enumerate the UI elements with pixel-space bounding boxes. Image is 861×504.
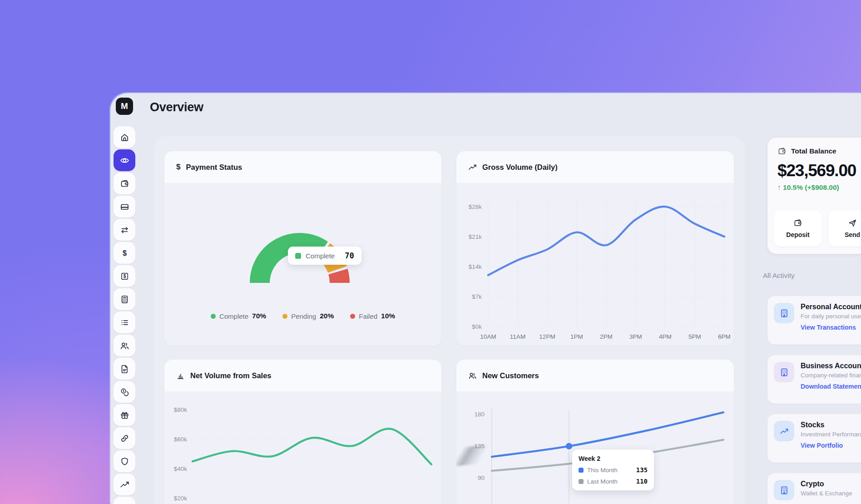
- activity-item-link[interactable]: View Portfolio: [801, 442, 861, 449]
- gift-icon: [120, 410, 129, 420]
- send-button[interactable]: Send: [828, 210, 861, 247]
- activity-item-subtitle: Investment Performance: [801, 431, 861, 438]
- desktop-background: M Overview $ $ $: [0, 0, 861, 504]
- legend-value: 70%: [252, 312, 266, 320]
- payment-status-card: $ Payment Status Complete 70 Complete 70…: [164, 151, 441, 346]
- activity-item-text: Stocks Investment Performance View Portf…: [801, 421, 861, 456]
- wallet-icon: [777, 147, 787, 156]
- svg-text:11AM: 11AM: [510, 333, 525, 340]
- activity-item-business-account[interactable]: Business Account Company-related finance…: [767, 355, 861, 404]
- sidebar-item-transfers[interactable]: [114, 219, 135, 241]
- credit-card-icon: [120, 202, 129, 212]
- link-icon: [120, 434, 129, 443]
- sidebar-item-customers[interactable]: [114, 335, 135, 356]
- new-customers-title: New Customers: [482, 371, 539, 380]
- new-customers-chart[interactable]: 1801359045 Week 2 This Month 135 Last Mo…: [456, 391, 734, 504]
- svg-text:$7k: $7k: [472, 293, 482, 300]
- sidebar-item-calculator[interactable]: [114, 288, 135, 310]
- total-balance-header: Total Balance: [767, 138, 861, 156]
- sidebar-item-security[interactable]: [114, 450, 135, 472]
- svg-text:90: 90: [478, 474, 485, 481]
- tooltip-label: Last Month: [587, 478, 618, 485]
- legend-value: 10%: [381, 312, 395, 320]
- svg-text:$14k: $14k: [469, 263, 482, 270]
- net-volume-chart[interactable]: $80k$60k$40k$20k: [164, 391, 441, 504]
- sidebar-item-analytics[interactable]: [114, 474, 135, 495]
- activity-item-link[interactable]: Download Statement: [801, 383, 861, 390]
- svg-text:$0k: $0k: [472, 323, 482, 330]
- sidebar: $ $: [114, 126, 135, 504]
- net-volume-header: Net Volume from Sales: [164, 360, 441, 391]
- dashboard-sheet: M Overview $ $ $: [110, 93, 861, 504]
- sidebar-item-home[interactable]: [114, 126, 135, 148]
- users-icon: [120, 341, 129, 351]
- total-balance-change: ↑ 10.5% (+$908.00): [767, 183, 861, 192]
- legend-item-failed: Failed 10%: [350, 312, 395, 320]
- legend-value: 20%: [320, 312, 334, 320]
- sidebar-item-overview[interactable]: [114, 149, 135, 171]
- new-customers-card: New Customers 1801359045 Week 2 This Mon…: [456, 360, 734, 504]
- svg-text:$21k: $21k: [469, 233, 482, 240]
- activity-item-crypto[interactable]: Crypto Wallet & Exchange: [767, 473, 861, 504]
- payment-status-header: $ Payment Status: [164, 151, 441, 183]
- tooltip-row-last-month: Last Month 110: [579, 478, 648, 485]
- file-icon: [120, 364, 129, 374]
- gauge-tooltip: Complete 70: [288, 247, 361, 265]
- wallet-icon: [793, 218, 802, 227]
- svg-text:3PM: 3PM: [629, 333, 642, 340]
- wallet-icon: [120, 179, 129, 188]
- dollar-icon: $: [176, 163, 180, 172]
- activity-item-title: Crypto: [801, 480, 852, 488]
- total-balance-card: Total Balance $23,569.00 ↑ 10.5% (+$908.…: [767, 138, 861, 254]
- tooltip-value: 110: [636, 478, 648, 485]
- payment-status-chart[interactable]: Complete 70 Complete 70% Pending 20%: [164, 183, 441, 346]
- tooltip-swatch: [579, 468, 584, 473]
- legend-label: Failed: [359, 312, 377, 320]
- svg-text:180: 180: [474, 411, 485, 418]
- activity-item-title: Personal Account: [801, 303, 861, 311]
- all-activity-heading: All Activity: [763, 272, 795, 280]
- total-balance-amount: $23,569.00: [767, 161, 861, 180]
- sidebar-item-lists[interactable]: [114, 311, 135, 333]
- sidebar-item-invoices[interactable]: $: [114, 265, 135, 287]
- activity-item-text: Business Account Company-related finance…: [801, 362, 861, 397]
- gross-volume-header: Gross Volume (Daily): [456, 151, 734, 183]
- activity-item-subtitle: Company-related finances: [801, 372, 861, 379]
- new-customers-tooltip: Week 2 This Month 135 Last Month 110: [572, 450, 654, 490]
- payment-status-title: Payment Status: [186, 163, 242, 172]
- app-logo[interactable]: M: [116, 98, 133, 115]
- svg-text:12PM: 12PM: [539, 333, 555, 340]
- tooltip-label: Complete: [306, 252, 335, 260]
- gross-volume-chart[interactable]: $28k$21k$14k$7k$0k10AM11AM12PM1PM2PM3PM4…: [456, 183, 734, 346]
- svg-text:6PM: 6PM: [718, 333, 731, 340]
- svg-text:2PM: 2PM: [600, 333, 613, 340]
- deposit-button[interactable]: Deposit: [774, 210, 822, 247]
- calculator-icon: [120, 295, 129, 304]
- sidebar-item-wallet[interactable]: [114, 173, 135, 194]
- activity-item-personal-account[interactable]: Personal Account For daily personal use …: [767, 296, 861, 345]
- sidebar-item-browser[interactable]: [114, 497, 135, 504]
- svg-text:$20k: $20k: [174, 495, 188, 502]
- activity-item-subtitle: For daily personal use: [801, 313, 861, 320]
- legend-dot: [282, 314, 287, 319]
- charts-container: $ Payment Status Complete 70 Complete 70…: [154, 136, 745, 504]
- sidebar-item-balances[interactable]: [114, 381, 135, 403]
- activity-item-link[interactable]: View Transactions: [801, 324, 861, 331]
- sidebar-item-cards[interactable]: [114, 196, 135, 217]
- net_volume-svg: $80k$60k$40k$20k: [164, 391, 441, 504]
- payment-status-legend: Complete 70% Pending 20% Failed 10%: [164, 312, 441, 320]
- tooltip-value: 70: [345, 251, 354, 260]
- activity-item-stocks[interactable]: Stocks Investment Performance View Portf…: [767, 414, 861, 463]
- svg-text:4PM: 4PM: [659, 333, 672, 340]
- activity-item-subtitle: Wallet & Exchange: [801, 490, 852, 497]
- sidebar-item-rewards[interactable]: [114, 404, 135, 426]
- activity-item-title: Stocks: [801, 421, 861, 429]
- send-button-label: Send: [845, 231, 860, 238]
- gross-volume-title: Gross Volume (Daily): [482, 163, 558, 172]
- sidebar-item-payment-links[interactable]: [114, 427, 135, 449]
- svg-text:$28k: $28k: [469, 203, 482, 210]
- new-customers-header: New Customers: [456, 360, 734, 391]
- sidebar-item-payments[interactable]: $: [114, 242, 135, 264]
- sidebar-item-documents[interactable]: [114, 358, 135, 380]
- svg-text:$60k: $60k: [174, 436, 188, 443]
